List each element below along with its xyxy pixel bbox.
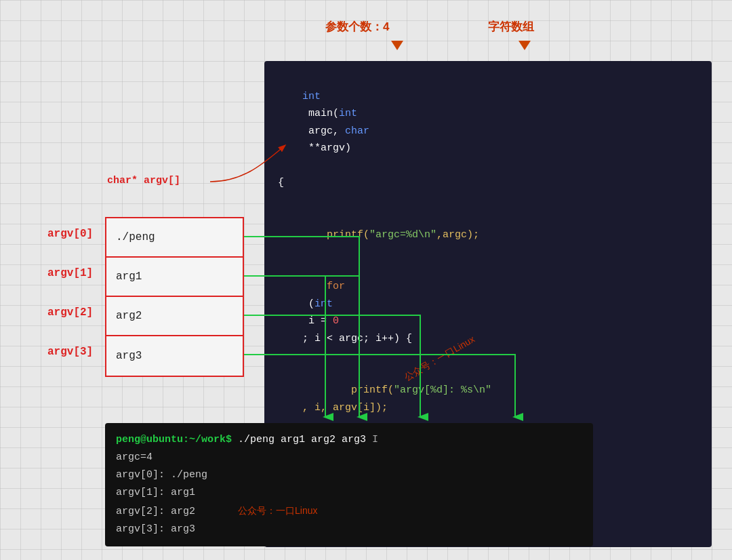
terminal-prompt: peng@ubuntu:~/work$: [116, 434, 238, 445]
argv-label-1: argv[1]: [47, 267, 93, 279]
char-argv-label: char* argv[]: [107, 175, 180, 186]
argv-row-0: ./peng: [106, 218, 243, 258]
param-count-label: 参数个数：4: [325, 19, 389, 35]
argv-label-2: argv[2]: [47, 306, 93, 319]
argv-label-0: argv[0]: [47, 228, 93, 240]
argv-label-3: argv[3]: [47, 346, 93, 358]
terminal-output-3: argv[2]: arg2: [116, 506, 195, 517]
terminal-output-2: argv[1]: arg1: [116, 487, 195, 498]
terminal-watermark: 公众号：一口Linux: [238, 505, 317, 516]
argv-row-3: arg3: [106, 336, 243, 376]
terminal-block: peng@ubuntu:~/work$ ./peng arg1 arg2 arg…: [105, 423, 593, 547]
char-array-arrow: [518, 41, 531, 50]
argv-table: ./peng arg1 arg2 arg3: [105, 217, 244, 377]
terminal-output-1: argv[0]: ./peng: [116, 469, 207, 481]
terminal-command: ./peng arg1 arg2 arg3: [238, 434, 366, 445]
argv-row-2: arg2: [106, 297, 243, 336]
argv-row-1: arg1: [106, 258, 243, 297]
char-array-label: 字符数组: [488, 19, 534, 35]
terminal-output-0: argc=4: [116, 452, 152, 463]
terminal-output-4: argv[3]: arg3: [116, 523, 195, 535]
param-count-arrow: [391, 41, 403, 50]
